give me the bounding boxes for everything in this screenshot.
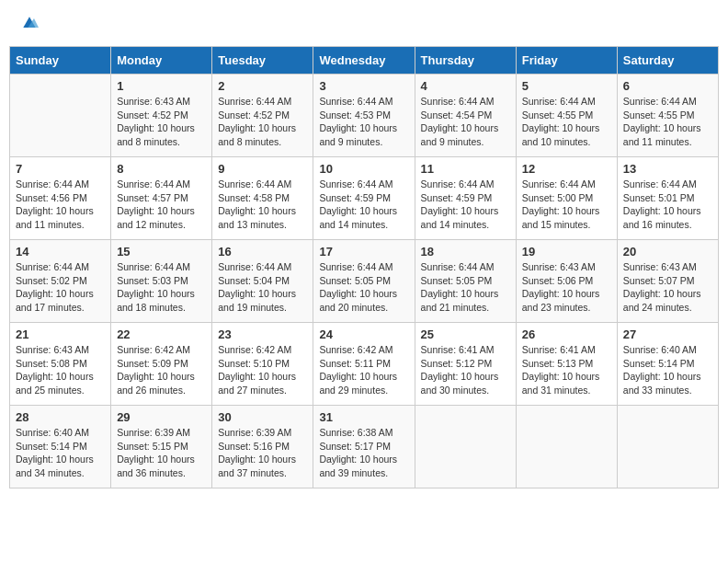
day-number: 8	[117, 162, 206, 176]
calendar-cell: 28Sunrise: 6:40 AMSunset: 5:14 PMDayligh…	[10, 406, 111, 488]
calendar-cell	[10, 75, 111, 157]
day-info: Sunrise: 6:44 AMSunset: 4:52 PMDaylight:…	[218, 95, 307, 149]
day-number: 27	[623, 327, 712, 341]
day-info: Sunrise: 6:44 AMSunset: 4:55 PMDaylight:…	[522, 95, 611, 149]
day-number: 11	[421, 162, 510, 176]
calendar-cell: 10Sunrise: 6:44 AMSunset: 4:59 PMDayligh…	[313, 157, 415, 240]
calendar-cell: 4Sunrise: 6:44 AMSunset: 4:54 PMDaylight…	[415, 75, 516, 157]
calendar-cell: 7Sunrise: 6:44 AMSunset: 4:56 PMDaylight…	[10, 157, 111, 240]
column-header-tuesday: Tuesday	[212, 47, 313, 75]
column-header-wednesday: Wednesday	[313, 47, 415, 75]
day-info: Sunrise: 6:44 AMSunset: 4:59 PMDaylight:…	[421, 178, 510, 232]
calendar-cell: 8Sunrise: 6:44 AMSunset: 4:57 PMDaylight…	[111, 157, 212, 240]
calendar-cell: 29Sunrise: 6:39 AMSunset: 5:15 PMDayligh…	[111, 406, 212, 488]
day-number: 1	[117, 79, 206, 93]
day-info: Sunrise: 6:44 AMSunset: 5:01 PMDaylight:…	[623, 178, 712, 232]
calendar-cell: 17Sunrise: 6:44 AMSunset: 5:05 PMDayligh…	[313, 240, 415, 323]
column-header-monday: Monday	[111, 47, 212, 75]
calendar-cell: 12Sunrise: 6:44 AMSunset: 5:00 PMDayligh…	[516, 157, 617, 240]
calendar-cell: 18Sunrise: 6:44 AMSunset: 5:05 PMDayligh…	[415, 240, 516, 323]
day-number: 12	[522, 162, 611, 176]
column-header-sunday: Sunday	[10, 47, 111, 75]
day-info: Sunrise: 6:40 AMSunset: 5:14 PMDaylight:…	[623, 343, 712, 397]
day-number: 21	[16, 327, 105, 341]
logo-icon	[20, 14, 39, 32]
calendar-body: 1Sunrise: 6:43 AMSunset: 4:52 PMDaylight…	[10, 75, 719, 488]
calendar-table: SundayMondayTuesdayWednesdayThursdayFrid…	[9, 46, 719, 488]
day-number: 13	[623, 162, 712, 176]
calendar-cell: 19Sunrise: 6:43 AMSunset: 5:06 PMDayligh…	[516, 240, 617, 323]
day-info: Sunrise: 6:44 AMSunset: 5:03 PMDaylight:…	[117, 260, 206, 315]
day-number: 25	[421, 327, 510, 341]
week-row-4: 21Sunrise: 6:43 AMSunset: 5:08 PMDayligh…	[10, 323, 719, 406]
day-number: 23	[218, 327, 307, 341]
day-number: 4	[421, 79, 510, 93]
calendar-cell: 26Sunrise: 6:41 AMSunset: 5:13 PMDayligh…	[516, 323, 617, 406]
calendar-cell: 22Sunrise: 6:42 AMSunset: 5:09 PMDayligh…	[111, 323, 212, 406]
calendar-cell: 6Sunrise: 6:44 AMSunset: 4:55 PMDaylight…	[617, 75, 718, 157]
column-header-friday: Friday	[516, 47, 617, 75]
day-info: Sunrise: 6:43 AMSunset: 5:07 PMDaylight:…	[623, 260, 712, 315]
day-info: Sunrise: 6:44 AMSunset: 4:55 PMDaylight:…	[623, 95, 712, 149]
calendar-cell: 30Sunrise: 6:39 AMSunset: 5:16 PMDayligh…	[212, 406, 313, 488]
day-number: 29	[117, 410, 206, 424]
day-number: 28	[16, 410, 105, 424]
calendar-cell	[617, 406, 718, 488]
day-number: 5	[522, 79, 611, 93]
day-info: Sunrise: 6:41 AMSunset: 5:12 PMDaylight:…	[421, 343, 510, 397]
day-number: 2	[218, 79, 307, 93]
week-row-2: 7Sunrise: 6:44 AMSunset: 4:56 PMDaylight…	[10, 157, 719, 240]
day-info: Sunrise: 6:43 AMSunset: 5:06 PMDaylight:…	[522, 260, 611, 315]
calendar-cell: 1Sunrise: 6:43 AMSunset: 4:52 PMDaylight…	[111, 75, 212, 157]
day-number: 20	[623, 245, 712, 259]
day-number: 6	[623, 79, 712, 93]
day-info: Sunrise: 6:38 AMSunset: 5:17 PMDaylight:…	[319, 426, 408, 480]
day-info: Sunrise: 6:44 AMSunset: 4:57 PMDaylight:…	[117, 178, 206, 232]
calendar-cell: 20Sunrise: 6:43 AMSunset: 5:07 PMDayligh…	[617, 240, 718, 323]
calendar-cell: 16Sunrise: 6:44 AMSunset: 5:04 PMDayligh…	[212, 240, 313, 323]
calendar-cell: 2Sunrise: 6:44 AMSunset: 4:52 PMDaylight…	[212, 75, 313, 157]
calendar-cell: 14Sunrise: 6:44 AMSunset: 5:02 PMDayligh…	[10, 240, 111, 323]
week-row-3: 14Sunrise: 6:44 AMSunset: 5:02 PMDayligh…	[10, 240, 719, 323]
calendar-cell: 23Sunrise: 6:42 AMSunset: 5:10 PMDayligh…	[212, 323, 313, 406]
calendar-cell: 27Sunrise: 6:40 AMSunset: 5:14 PMDayligh…	[617, 323, 718, 406]
week-row-1: 1Sunrise: 6:43 AMSunset: 4:52 PMDaylight…	[10, 75, 719, 157]
day-number: 19	[522, 245, 611, 259]
calendar-cell: 9Sunrise: 6:44 AMSunset: 4:58 PMDaylight…	[212, 157, 313, 240]
day-number: 10	[319, 162, 408, 176]
day-info: Sunrise: 6:44 AMSunset: 5:00 PMDaylight:…	[522, 178, 611, 232]
day-number: 24	[319, 327, 408, 341]
calendar-cell: 15Sunrise: 6:44 AMSunset: 5:03 PMDayligh…	[111, 240, 212, 323]
calendar-cell: 3Sunrise: 6:44 AMSunset: 4:53 PMDaylight…	[313, 75, 415, 157]
day-info: Sunrise: 6:39 AMSunset: 5:15 PMDaylight:…	[117, 426, 206, 480]
day-number: 9	[218, 162, 307, 176]
day-number: 31	[319, 410, 408, 424]
day-info: Sunrise: 6:44 AMSunset: 5:05 PMDaylight:…	[319, 260, 408, 315]
logo	[18, 14, 39, 32]
day-info: Sunrise: 6:43 AMSunset: 5:08 PMDaylight:…	[16, 343, 105, 397]
day-info: Sunrise: 6:44 AMSunset: 4:58 PMDaylight:…	[218, 178, 307, 232]
day-info: Sunrise: 6:43 AMSunset: 4:52 PMDaylight:…	[117, 95, 206, 149]
day-info: Sunrise: 6:40 AMSunset: 5:14 PMDaylight:…	[16, 426, 105, 480]
day-info: Sunrise: 6:42 AMSunset: 5:09 PMDaylight:…	[117, 343, 206, 397]
day-number: 15	[117, 245, 206, 259]
column-header-saturday: Saturday	[617, 47, 718, 75]
day-info: Sunrise: 6:44 AMSunset: 5:04 PMDaylight:…	[218, 260, 307, 315]
week-row-5: 28Sunrise: 6:40 AMSunset: 5:14 PMDayligh…	[10, 406, 719, 488]
day-info: Sunrise: 6:39 AMSunset: 5:16 PMDaylight:…	[218, 426, 307, 480]
day-info: Sunrise: 6:44 AMSunset: 4:53 PMDaylight:…	[319, 95, 408, 149]
day-number: 14	[16, 245, 105, 259]
day-info: Sunrise: 6:44 AMSunset: 4:59 PMDaylight:…	[319, 178, 408, 232]
day-info: Sunrise: 6:44 AMSunset: 5:05 PMDaylight:…	[421, 260, 510, 315]
day-number: 17	[319, 245, 408, 259]
calendar-cell: 5Sunrise: 6:44 AMSunset: 4:55 PMDaylight…	[516, 75, 617, 157]
day-number: 22	[117, 327, 206, 341]
day-number: 18	[421, 245, 510, 259]
day-info: Sunrise: 6:42 AMSunset: 5:11 PMDaylight:…	[319, 343, 408, 397]
calendar-cell: 31Sunrise: 6:38 AMSunset: 5:17 PMDayligh…	[313, 406, 415, 488]
header-row: SundayMondayTuesdayWednesdayThursdayFrid…	[10, 47, 719, 75]
day-info: Sunrise: 6:44 AMSunset: 4:54 PMDaylight:…	[421, 95, 510, 149]
day-info: Sunrise: 6:44 AMSunset: 5:02 PMDaylight:…	[16, 260, 105, 315]
calendar-cell: 13Sunrise: 6:44 AMSunset: 5:01 PMDayligh…	[617, 157, 718, 240]
header	[9, 9, 719, 37]
